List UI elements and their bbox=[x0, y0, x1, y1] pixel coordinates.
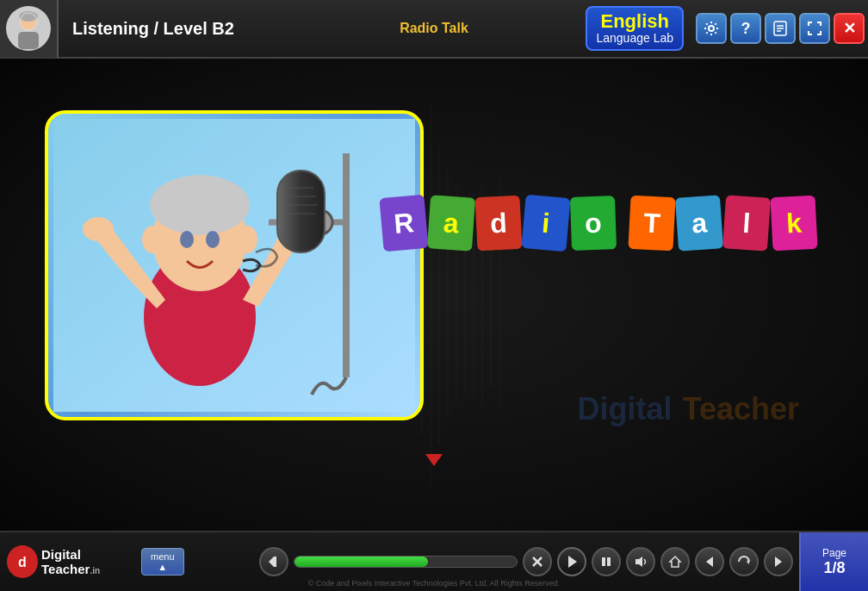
copyright-text: © Code and Pixels Interactive Technologi… bbox=[308, 579, 561, 588]
svg-rect-37 bbox=[277, 171, 325, 252]
footer-logo: d Digital Teacher.in bbox=[0, 545, 138, 578]
down-arrow-indicator bbox=[425, 454, 443, 466]
svg-point-32 bbox=[83, 217, 114, 241]
avatar bbox=[6, 6, 51, 51]
watermark: Digital Teacher bbox=[578, 391, 799, 427]
svg-marker-52 bbox=[670, 557, 680, 567]
svg-marker-55 bbox=[775, 557, 782, 567]
rt-letter-a1: a bbox=[427, 195, 475, 251]
menu-label: menu bbox=[151, 551, 175, 562]
lesson-title: Listening / Level B2 bbox=[72, 19, 234, 38]
footer-logo-text: Digital Teacher.in bbox=[41, 547, 138, 576]
svg-point-27 bbox=[150, 175, 250, 235]
rt-letter-d: d bbox=[474, 196, 522, 252]
title-area: Listening / Level B2 bbox=[59, 19, 586, 39]
brand-lab-text: Language Lab bbox=[596, 32, 673, 45]
cartoon-svg bbox=[53, 119, 415, 412]
watermark-teacher: Teacher bbox=[683, 391, 799, 427]
close-button[interactable]: ✕ bbox=[834, 13, 865, 44]
header-buttons: ? ✕ bbox=[696, 13, 865, 44]
rt-letter-R: R bbox=[379, 195, 428, 252]
brand-box: English Language Lab bbox=[586, 6, 684, 51]
rt-letter-k: k bbox=[770, 196, 817, 252]
svg-marker-48 bbox=[568, 556, 577, 568]
stop-button[interactable] bbox=[523, 547, 552, 576]
svg-point-30 bbox=[142, 226, 163, 253]
header: Listening / Level B2 Radio Talk English … bbox=[0, 0, 868, 59]
svg-rect-2 bbox=[18, 32, 39, 49]
svg-point-29 bbox=[206, 231, 220, 248]
svg-rect-45 bbox=[274, 557, 276, 567]
controls-area bbox=[184, 547, 868, 576]
illustration-box bbox=[45, 110, 424, 420]
progress-bar[interactable] bbox=[294, 556, 518, 568]
pause-button[interactable] bbox=[592, 547, 621, 576]
settings-button[interactable] bbox=[696, 13, 727, 44]
rt-letter-a2: a bbox=[675, 195, 723, 251]
svg-rect-49 bbox=[602, 557, 605, 566]
help-button[interactable]: ? bbox=[730, 13, 761, 44]
play-button[interactable] bbox=[557, 547, 586, 576]
svg-point-31 bbox=[237, 226, 257, 253]
menu-button[interactable]: menu ▲ bbox=[141, 548, 184, 575]
page-number: 1/8 bbox=[823, 559, 845, 577]
rt-letter-T: T bbox=[628, 196, 675, 252]
footer-logo-icon: d bbox=[7, 545, 38, 578]
volume-button[interactable] bbox=[626, 547, 655, 576]
fullscreen-button[interactable] bbox=[799, 13, 830, 44]
back-button[interactable] bbox=[695, 547, 724, 576]
refresh-button[interactable] bbox=[729, 547, 759, 576]
radio-talk-title: R a d i o T a l k bbox=[381, 196, 816, 250]
svg-rect-50 bbox=[607, 557, 611, 566]
progress-bar-fill bbox=[294, 557, 428, 567]
main-content: R a d i o T a l k bbox=[0, 59, 868, 531]
svg-point-4 bbox=[709, 26, 714, 31]
brand-english-text: English bbox=[596, 11, 673, 32]
svg-text:d: d bbox=[18, 555, 27, 569]
rewind-button[interactable] bbox=[259, 547, 288, 576]
avatar-area bbox=[0, 0, 59, 58]
svg-marker-53 bbox=[706, 557, 713, 567]
book-button[interactable] bbox=[765, 13, 796, 44]
watermark-digital: Digital bbox=[578, 391, 673, 427]
rt-letter-l: l bbox=[722, 195, 771, 251]
svg-marker-51 bbox=[636, 557, 642, 567]
page-label: Page bbox=[822, 547, 846, 559]
lesson-subtitle: Radio Talk bbox=[400, 21, 468, 36]
footer: d Digital Teacher.in menu ▲ bbox=[0, 531, 868, 591]
footer-logo-main: Digital Teacher.in bbox=[41, 547, 138, 576]
svg-marker-54 bbox=[747, 559, 749, 564]
rt-letter-o: o bbox=[570, 196, 617, 251]
home-button[interactable] bbox=[660, 547, 690, 576]
menu-arrow-icon: ▲ bbox=[158, 562, 167, 572]
rt-letter-i: i bbox=[521, 195, 570, 252]
forward-button[interactable] bbox=[764, 547, 793, 576]
page-indicator: Page 1/8 bbox=[799, 532, 868, 591]
svg-marker-44 bbox=[269, 557, 274, 567]
branding-area: English Language Lab bbox=[586, 6, 689, 51]
svg-point-28 bbox=[180, 231, 194, 248]
